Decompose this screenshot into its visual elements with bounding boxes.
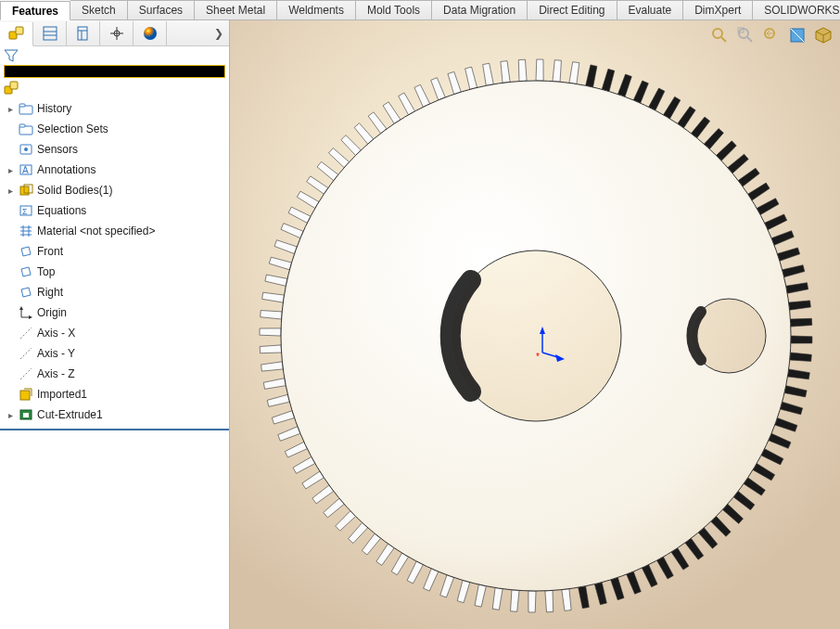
svg-rect-15 [19,104,25,107]
graphics-viewport[interactable]: * [230,20,840,629]
svg-text:Σ: Σ [22,207,28,216]
feat-cut-icon [19,407,33,422]
ribbon-tab-surfaces[interactable]: Surfaces [128,0,195,19]
ribbon-tab-evaluate[interactable]: Evaluate [617,0,684,19]
eq-icon: Σ [19,203,33,218]
tab-feature-tree[interactable] [0,22,33,46]
tree-label: Front [37,245,63,258]
expander-icon[interactable]: ▸ [6,104,15,114]
svg-rect-5 [78,27,87,40]
main-area: ❯ ▸HistorySelection SetsSensors▸AAnnotat… [0,20,840,629]
sensor-icon [19,142,33,157]
tree-label: Imported1 [37,388,87,401]
dim-icon [108,25,125,42]
tree-node-annotations[interactable]: ▸AAnnotations [0,160,229,180]
tree-label: Axis - Y [37,347,75,360]
ribbon-tab-mold-tools[interactable]: Mold Tools [356,0,432,19]
svg-rect-40 [23,413,29,417]
tree-label: History [37,102,71,115]
svg-rect-1 [16,27,23,34]
annot-icon: A [19,162,33,177]
tree-node-selection-sets[interactable]: Selection Sets [0,119,229,139]
feat-import-icon [19,387,33,402]
assembly-icon [8,25,25,42]
plane-icon [19,285,33,300]
ribbon-tab-sheet-metal[interactable]: Sheet Metal [195,0,277,19]
svg-marker-33 [19,306,23,310]
svg-rect-38 [20,391,30,400]
plane-icon [19,264,33,279]
ribbon-tab-data-migration[interactable]: Data Migration [432,0,528,19]
ribbon-tab-dimxpert[interactable]: DimXpert [683,0,753,19]
svg-point-19 [24,148,28,151]
tree-node-material-not-specified-[interactable]: Material <not specified> [0,221,229,241]
expander-icon[interactable]: ▸ [6,410,15,420]
tree-node-axis-y[interactable]: Axis - Y [0,343,229,364]
tree-node-solid-bodies-1-[interactable]: ▸Solid Bodies(1) [0,180,229,200]
folder-icon [19,101,33,116]
ribbon-tabs: FeaturesSketchSurfacesSheet MetalWeldmen… [0,0,840,20]
part-root[interactable] [0,80,229,96]
tree-node-history[interactable]: ▸History [0,98,229,119]
expander-icon[interactable]: ▸ [6,165,15,175]
tree-end-rule [0,429,229,430]
tree-node-equations[interactable]: ΣEquations [0,200,229,221]
tree-node-origin[interactable]: Origin [0,302,229,323]
chevron-right-icon[interactable]: ❯ [209,27,229,40]
ribbon-tab-weldments[interactable]: Weldments [277,0,356,19]
body-icon [19,183,33,198]
tree-label: Origin [37,306,67,319]
tree-label: Material <not specified> [37,225,155,237]
tree-label: Axis - X [37,327,75,340]
svg-line-37 [20,368,32,379]
svg-marker-34 [29,315,32,319]
tree-label: Equations [37,204,86,217]
ribbon-tab-features[interactable]: Features [0,1,70,20]
feature-tree: ▸HistorySelection SetsSensors▸AAnnotatio… [0,96,229,436]
tab-property[interactable] [33,21,67,45]
tree-label: Sensors [37,143,78,156]
svg-point-51 [281,81,791,591]
tree-label: Solid Bodies(1) [37,184,112,197]
tree-node-sensors[interactable]: Sensors [0,139,229,160]
feature-manager-panel: ❯ ▸HistorySelection SetsSensors▸AAnnotat… [0,20,230,629]
filter-input[interactable] [4,65,225,78]
tree-node-front[interactable]: Front [0,241,229,262]
ribbon-tab-solidworks-add-ins[interactable]: SOLIDWORKS Add-Ins [753,0,840,19]
properties-icon [42,25,58,42]
svg-rect-17 [19,124,25,127]
mat-icon [19,224,33,238]
tab-appearance[interactable] [134,21,167,45]
tree-label: Top [37,265,55,278]
tree-label: Selection Sets [37,122,108,135]
tree-node-right[interactable]: Right [0,282,229,302]
tree-label: Right [37,286,63,299]
folder-icon [19,122,33,136]
tree-node-imported1[interactable]: Imported1 [0,384,229,404]
axis-icon [19,326,33,340]
tree-label: Cut-Extrude1 [37,408,103,421]
left-tabbar: ❯ [0,20,229,46]
tab-configuration[interactable] [67,21,100,45]
funnel-icon[interactable] [4,48,19,63]
ribbon-tab-direct-editing[interactable]: Direct Editing [528,0,617,19]
svg-line-36 [20,348,32,359]
svg-rect-13 [10,82,18,89]
origin-icon [19,305,33,320]
svg-point-11 [144,27,157,40]
part-icon [4,81,19,96]
tree-node-axis-x[interactable]: Axis - X [0,323,229,343]
expander-icon[interactable]: ▸ [6,186,15,196]
filter-bar [0,46,229,65]
appearance-icon [142,25,159,42]
tree-label: Annotations [37,163,95,176]
svg-rect-2 [44,27,57,40]
tree-node-cut-extrude1[interactable]: ▸Cut-Extrude1 [0,404,229,425]
tree-node-axis-z[interactable]: Axis - Z [0,364,229,384]
config-icon [75,25,92,42]
plane-icon [19,244,33,259]
ribbon-tab-sketch[interactable]: Sketch [70,0,128,19]
svg-text:A: A [22,165,29,175]
tab-dim[interactable] [100,21,134,45]
tree-node-top[interactable]: Top [0,262,229,282]
